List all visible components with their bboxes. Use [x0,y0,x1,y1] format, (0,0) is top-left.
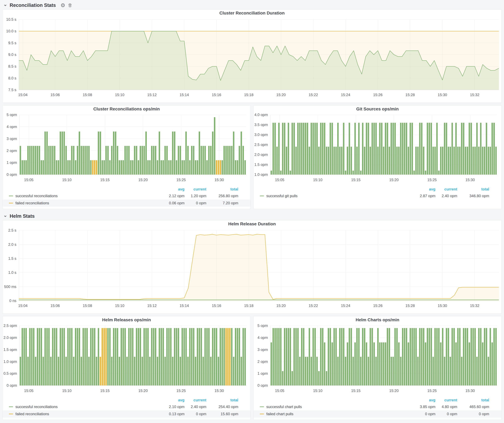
svg-text:15:20: 15:20 [138,178,148,182]
legend-col-total[interactable]: total [206,398,238,402]
legend-row: failed chart pulls0 opm0 opm0 opm [253,410,501,417]
svg-text:1.5 opm: 1.5 opm [254,162,268,167]
svg-text:15:25: 15:25 [176,388,186,393]
helm-releases-opm-plot[interactable]: 0 opm0.5 opm1.0 opm1.5 opm2.0 opm2.5 opm… [3,323,251,397]
svg-text:15:20: 15:20 [276,93,286,97]
git-sources-opm-chart[interactable]: 1.0 opm1.5 opm2.0 opm2.5 opm3.0 opm3.5 o… [253,113,501,186]
svg-text:15:30: 15:30 [438,304,447,308]
svg-text:15:30: 15:30 [215,178,224,182]
legend-current-value: 2.40 opm [185,405,206,409]
helm-charts-opm-plot[interactable]: 0 opm1 opm2 opm3 opm4 opm5 opm15:0515:10… [253,323,501,397]
panel-title[interactable]: Helm Releases ops/min [3,316,251,323]
legend-current-value: 0 opm [185,412,206,416]
legend-series-label[interactable]: failed reconciliations [9,412,161,416]
chevron-down-icon[interactable] [3,214,7,218]
svg-text:15:15: 15:15 [351,178,360,182]
helm-release-duration-chart[interactable]: 0 ns500 ms1.0 s1.5 s2.0 s2.5 s15:0415:06… [3,228,501,313]
svg-text:15:26: 15:26 [373,304,383,308]
legend-col-avg[interactable]: avg [412,398,435,402]
legend-current-value: 2.40 opm [435,194,457,198]
svg-text:15:30: 15:30 [466,388,475,393]
svg-text:15:06: 15:06 [50,304,60,308]
legend-table: avgcurrenttotalsuccessful chart pulls3.8… [253,397,501,420]
svg-text:15:15: 15:15 [351,388,360,393]
cluster-reconciliations-opm-plot[interactable]: 0 opm1 opm2 opm3 opm4 opm5 opm15:0515:10… [3,113,251,186]
legend-series-label[interactable]: successful reconciliations [9,194,161,198]
svg-text:8.0 s: 8.0 s [8,76,16,80]
legend-col-avg[interactable]: avg [161,398,185,402]
svg-text:15:20: 15:20 [276,304,286,308]
svg-text:15:15: 15:15 [100,178,109,182]
svg-text:2.5 opm: 2.5 opm [3,323,17,328]
helm-charts-opm-chart[interactable]: 0 opm1 opm2 opm3 opm4 opm5 opm15:0515:10… [253,323,501,397]
legend-row: failed reconciliations0.13 opm0 opm15.60… [3,410,251,417]
svg-text:2.0 opm: 2.0 opm [3,335,17,340]
legend-col-total[interactable]: total [457,187,489,191]
legend-total-value: 7.20 opm [206,201,238,205]
legend-row: successful chart pulls3.85 opm4.80 opm46… [253,403,501,410]
legend-table: avgcurrenttotalsuccessful reconciliation… [3,397,251,420]
legend-col-current[interactable]: current [435,398,457,402]
series-color-dash-icon [9,414,13,414]
panel-title[interactable]: Cluster Reconciliations ops/min [3,106,251,113]
legend-col-total[interactable]: total [206,187,238,191]
legend-current-value: 0 opm [185,201,206,205]
svg-text:15:10: 15:10 [115,304,124,308]
legend-col-avg[interactable]: avg [412,187,435,191]
svg-text:5 opm: 5 opm [6,113,17,117]
legend-col-current[interactable]: current [185,187,206,191]
legend-col-total[interactable]: total [457,398,489,402]
svg-text:0 opm: 0 opm [6,172,17,177]
svg-text:4 opm: 4 opm [6,125,17,129]
panel-title[interactable]: Helm Charts ops/min [253,316,501,323]
cluster-reconciliations-opm-chart[interactable]: 0 opm1 opm2 opm3 opm4 opm5 opm15:0515:10… [3,113,251,186]
series-color-dash-icon [9,406,13,407]
section-title[interactable]: Helm Stats [10,213,35,219]
svg-text:15:10: 15:10 [313,178,323,182]
svg-text:15:05: 15:05 [24,388,34,393]
trash-icon[interactable] [68,3,72,7]
legend-series-label[interactable]: failed reconciliations [9,201,161,205]
section-header-helm-stats[interactable]: Helm Stats [2,212,502,220]
git-sources-opm-plot[interactable]: 1.0 opm1.5 opm2.0 opm2.5 opm3.0 opm3.5 o… [253,113,501,186]
chevron-down-icon[interactable] [3,3,7,7]
legend-series-label[interactable]: failed chart pulls [260,412,412,416]
panel-title[interactable]: Helm Release Duration [3,220,501,228]
svg-text:15:08: 15:08 [83,93,92,97]
legend-series-label[interactable]: successful chart pulls [260,405,412,409]
svg-text:15:32: 15:32 [470,304,479,308]
panel-title[interactable]: Git Sources ops/min [253,106,501,113]
svg-text:2.0 s: 2.0 s [8,242,16,247]
svg-text:2.5 opm: 2.5 opm [254,142,268,147]
series-color-dash-icon [9,203,13,203]
panel-helm-release-duration: Helm Release Duration 0 ns500 ms1.0 s1.5… [2,220,502,314]
cluster-reconciliation-duration-plot[interactable]: 7.5 s8.0 s8.5 s9.0 s9.5 s10.0 s10.5 s15:… [3,17,501,103]
svg-text:2.5 s: 2.5 s [8,228,16,232]
svg-text:15:16: 15:16 [212,304,221,308]
panel-title[interactable]: Cluster Reconciliation Duration [3,10,501,17]
legend-series-label[interactable]: successful reconciliations [9,405,161,409]
svg-text:15:12: 15:12 [147,304,157,308]
svg-text:5 opm: 5 opm [258,323,268,328]
gear-icon[interactable]: ⚙ [60,3,65,8]
svg-text:3.5 opm: 3.5 opm [254,123,268,127]
svg-text:15:30: 15:30 [466,178,475,182]
section-title[interactable]: Reconciliation Stats [10,2,56,8]
legend-row: successful reconciliations2.12 opm1.20 o… [3,192,251,200]
svg-text:500 ms: 500 ms [4,285,16,289]
legend-header-row: avgcurrenttotal [3,186,251,192]
svg-text:2 opm: 2 opm [258,359,268,364]
legend-col-current[interactable]: current [185,398,206,402]
panel-cluster-reconciliations-ops-min: Cluster Reconciliations ops/min 0 opm1 o… [2,105,251,209]
cluster-reconciliation-duration-chart[interactable]: 7.5 s8.0 s8.5 s9.0 s9.5 s10.0 s10.5 s15:… [3,17,501,103]
helm-releases-opm-chart[interactable]: 0 opm0.5 opm1.0 opm1.5 opm2.0 opm2.5 opm… [3,323,251,397]
section-header-reconciliation-stats[interactable]: Reconciliation Stats ⚙ [2,1,502,9]
svg-text:15:20: 15:20 [389,178,399,182]
legend-col-avg[interactable]: avg [161,187,185,191]
legend-col-current[interactable]: current [435,187,457,191]
svg-text:15:24: 15:24 [341,304,350,308]
legend-series-label[interactable]: successful git pulls [260,194,412,198]
svg-text:15:16: 15:16 [212,93,221,97]
svg-text:4 opm: 4 opm [258,335,268,340]
helm-release-duration-plot[interactable]: 0 ns500 ms1.0 s1.5 s2.0 s2.5 s15:0415:06… [3,228,501,313]
